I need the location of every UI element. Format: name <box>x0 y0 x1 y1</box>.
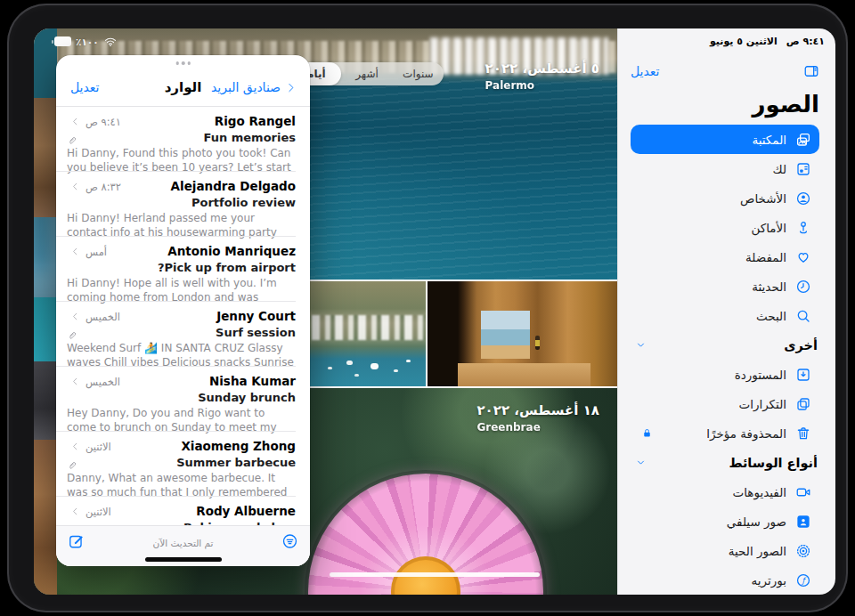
message-preview: Hey Danny, Do you and Rigo want to come … <box>67 406 296 434</box>
people-icon <box>794 190 811 207</box>
sidebar-section-header[interactable]: أنواع الوسائط <box>631 448 819 477</box>
sidebar-item[interactable]: المكتبة <box>631 125 819 154</box>
day-group-header-1: ٥ أغسطس، ٢٠٢٢ Palermo <box>485 61 599 92</box>
sidebar-item-label: الصور الحية <box>729 544 786 558</box>
sidebar-item-label: الحديثة <box>752 280 786 294</box>
sidebar-item-label: صور سيلفي <box>727 515 786 529</box>
message-preview: Danny, What an awesome barbecue. It was … <box>67 471 296 499</box>
sidebar-item[interactable]: صور سيلفي <box>631 507 819 536</box>
mail-header: صناديق البريد الوارد تعديل <box>56 69 310 105</box>
sidebar-item[interactable]: المحذوفة مؤخرًا <box>631 418 819 448</box>
sidebar-item[interactable]: المستوردة <box>631 360 819 389</box>
photo-fragment <box>34 361 57 440</box>
wifi-icon <box>103 36 118 47</box>
compose-icon[interactable] <box>68 532 85 549</box>
message-time: ٨:٣٢ ص <box>86 181 121 193</box>
sidebar-toggle-icon[interactable] <box>802 63 819 80</box>
sidebar-edit-button[interactable]: تعديل <box>631 64 660 78</box>
timeline-view-segmented-control: سنواتأشهرأيام <box>290 62 444 85</box>
day-group-header-2: ١٨ أغسطس، ٢٠٢٢ Greenbrae <box>476 402 599 434</box>
sidebar-item-label: المفضلة <box>745 250 786 264</box>
sidebar-item-label: التكرارات <box>738 397 786 411</box>
chevron-left-icon <box>67 113 84 130</box>
mail-home-indicator[interactable] <box>145 557 222 562</box>
photo-canyon[interactable] <box>428 281 617 386</box>
duplicates-icon <box>794 395 811 412</box>
message-subject: Sunday brunch <box>198 391 296 404</box>
view-tab-سنوات[interactable]: سنوات <box>393 62 444 85</box>
message-preview: Hi Danny! Herland passed me your contact… <box>67 211 296 239</box>
mail-updated-status: تم التحديث الآن <box>152 538 213 548</box>
battery-icon <box>52 36 71 46</box>
message-subject: Pick up from airport? <box>158 261 296 274</box>
mail-message-row[interactable]: Antonio Manriquez أمس Pick up from airpo… <box>56 237 310 302</box>
sidebar-nav: المكتبة لك الأشخاص الأماكن المفضلة الحدي… <box>631 125 819 595</box>
message-time: ٩:٤١ ص <box>86 116 121 128</box>
group-date: ١٨ أغسطس، ٢٠٢٢ <box>476 402 599 418</box>
chevron-left-icon <box>67 438 84 455</box>
message-preview: Weekend Surf 🏄 IN SANTA CRUZ Glassy wave… <box>67 341 296 369</box>
chevron-right-icon <box>282 79 299 96</box>
message-sender: Xiaomeng Zhong <box>181 439 296 453</box>
sidebar-item[interactable]: الحديثة <box>631 272 819 301</box>
mail-message-row[interactable]: Jenny Court الخميس Surf session Weekend … <box>56 302 310 367</box>
import-icon <box>794 366 811 383</box>
mail-edit-button[interactable]: تعديل <box>70 80 100 94</box>
mail-message-row[interactable]: Alejandra Delgado ٨:٣٢ ص Portfolio revie… <box>56 172 310 237</box>
mail-message-row[interactable]: Nisha Kumar الخميس Sunday brunch Hey Dan… <box>56 367 310 432</box>
mail-slideover-window: صناديق البريد الوارد تعديل Rigo Rangel ٩… <box>56 55 310 566</box>
message-subject: Summer barbecue <box>176 456 296 469</box>
mailboxes-back-label: صناديق البريد <box>211 80 281 94</box>
chevron-left-icon <box>67 373 84 390</box>
chevron-left-icon <box>67 178 84 195</box>
sidebar-item[interactable]: المفضلة <box>631 242 819 272</box>
home-indicator[interactable] <box>330 572 540 577</box>
paperclip-icon <box>67 133 77 143</box>
message-sender: Rody Albuerne <box>196 504 296 518</box>
message-time: أمس <box>86 246 107 258</box>
sidebar-item-label: البحث <box>756 309 786 323</box>
sidebar-item-label: الفيديوهات <box>732 485 786 499</box>
sidebar-item[interactable]: الصور الحية <box>631 536 819 565</box>
sidebar-section-header[interactable]: أخرى <box>631 330 819 360</box>
clock-icon <box>794 278 811 295</box>
sidebar-item[interactable]: البحث <box>631 301 819 330</box>
photo-fragment <box>34 440 57 595</box>
sidebar-item[interactable]: التكرارات <box>631 389 819 418</box>
inbox-title: الوارد <box>165 79 202 95</box>
message-time: الخميس <box>86 311 120 323</box>
photo-fragment <box>34 217 57 297</box>
trash-icon <box>794 425 811 442</box>
status-date: الاثنين ٥ يونيو <box>710 36 778 47</box>
sidebar-item[interactable]: الأشخاص <box>631 183 819 213</box>
group-location: Greenbrae <box>476 421 599 434</box>
message-preview: Hi Danny! Hope all is well with you. I’m… <box>67 276 296 304</box>
sidebar-item[interactable]: لك <box>631 154 819 183</box>
message-sender: Rigo Rangel <box>215 114 296 128</box>
sidebar-item[interactable]: الأماكن <box>631 213 819 242</box>
group-date: ٥ أغسطس، ٢٠٢٢ <box>485 61 599 77</box>
section-header-label: أخرى <box>784 338 818 353</box>
video-icon <box>794 483 811 500</box>
photos-sidebar: تعديل الصور المكتبة لك الأشخاص الأماكن ا… <box>617 28 835 595</box>
sidebar-item[interactable]: الفيديوهات <box>631 477 819 507</box>
status-time: ٩:٤١ ص <box>786 36 825 47</box>
sidebar-item-label: المكتبة <box>752 133 786 147</box>
selfie-icon <box>794 513 811 530</box>
photos-app-title: الصور <box>631 91 819 118</box>
for-you-icon <box>794 160 811 177</box>
mail-message-row[interactable]: Xiaomeng Zhong الاثنين Summer barbecue D… <box>56 432 310 497</box>
photo-detail <box>535 336 540 350</box>
live-photo-icon <box>794 542 811 559</box>
mail-message-row[interactable]: Rigo Rangel ٩:٤١ ص Fun memories Hi Danny… <box>56 107 310 172</box>
message-sender: Alejandra Delgado <box>171 179 296 193</box>
message-sender: Nisha Kumar <box>209 374 296 388</box>
drag-handle-icon[interactable] <box>175 61 191 65</box>
filter-icon[interactable] <box>281 532 298 549</box>
mailboxes-back-button[interactable]: صناديق البريد <box>211 79 299 96</box>
view-tab-أشهر[interactable]: أشهر <box>341 62 392 85</box>
photo-grid-edge-strip <box>34 28 57 595</box>
sidebar-item[interactable]: ƒبورتريه <box>631 565 819 595</box>
photo-fragment <box>34 297 57 361</box>
sidebar-item-label: المستوردة <box>735 368 786 382</box>
